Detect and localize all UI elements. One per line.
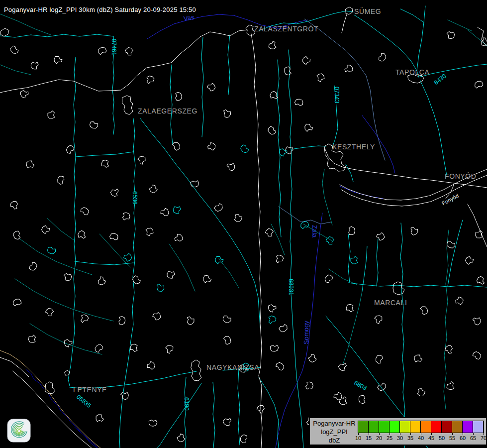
settlement-outline [173,233,184,244]
city-label-sumeg: SÜMEG [354,7,381,15]
settlement-outline [304,380,314,391]
legend-color-cell [431,421,441,433]
settlement-outline [80,314,89,324]
settlement-outline [160,208,170,218]
settlement-outline [27,334,37,344]
settlement-outline [222,416,232,427]
legend-color-cell [452,421,462,433]
city-label-keszthely: KESZTHELY [332,143,375,151]
settlement-outline [350,255,359,264]
settlement-outline [97,46,107,56]
city-label-tapolca: TAPOLCA [395,68,430,76]
city-label-zalaszentgrot: ZALASZENTGRÓT [254,25,318,33]
settlement-outline [222,314,232,325]
settlement-outline [343,64,354,75]
settlement-outline [12,297,23,308]
settlement-outline [268,126,276,135]
road-number-label: 07461 [110,39,117,55]
settlement-outline [304,123,313,132]
settlement-outline [374,354,385,365]
settlement-outline [108,231,119,242]
settlement-outline [47,110,56,119]
settlement-outline [29,60,40,71]
settlement-outline [89,119,99,130]
settlement-outline [284,144,295,155]
road-junction-squiggles [46,145,359,373]
legend-tick-value: 60 [458,435,467,441]
settlement-outline [377,52,387,62]
settlement-outline [95,344,103,352]
settlement-outline [63,272,73,282]
settlement-outline [415,387,426,398]
settlement-outline [269,342,280,354]
settlement-outline [299,220,310,230]
settlement-outline [268,41,277,50]
settlement-outline [283,66,293,77]
settlement-outline [475,229,484,239]
settlement-outline [146,360,157,371]
settlement-outline [155,283,165,293]
county-borders [279,19,385,224]
settlement-outline [189,178,200,189]
settlement-outline [66,145,75,154]
legend-tick-value: 45 [427,435,436,441]
settlement-outline [293,97,305,109]
settlement-outlines [9,30,487,445]
settlement-outline [95,414,104,423]
settlement-outline [414,354,423,363]
road-number-label: 6536 [131,191,138,205]
settlement-outline [264,227,275,238]
legend-color-cell [421,421,431,433]
legend-tick-value: 70 [479,435,487,441]
settlement-outline [419,305,429,315]
settlement-outline [408,226,419,236]
legend-tick-labels: 10152025303540455055606570 [310,433,486,444]
legend-tick-value: 35 [406,435,415,441]
legend-color-cell [358,421,368,433]
river-label-zala: Zala [311,225,318,237]
settlement-outline [146,76,154,84]
settlement-outline [56,175,67,186]
settlement-outline [446,30,456,40]
settlement-outline [202,274,211,283]
settlement-outline [110,187,120,197]
settlement-outline [222,335,232,345]
settlement-outline [123,253,132,262]
settlement-outline [241,145,249,153]
settlement-outline [185,316,195,326]
settlement-outline [147,417,159,429]
settlement-outline [268,316,276,324]
logo-background [7,419,30,442]
settlement-outline [476,276,486,286]
settlement-outline [96,275,106,286]
settlement-outline [325,235,335,246]
settlement-outline [121,212,131,222]
settlement-outline [276,362,285,371]
settlement-outline [152,312,161,320]
legend-tick-value: 50 [437,435,446,441]
settlement-outline [19,88,30,99]
product-title: Poganyvar-HR logZ_PPI 30km (dbZ) Saturda… [4,6,196,13]
settlement-outline [333,392,343,402]
settlement-outline [232,213,243,224]
legend-color-cell [410,421,420,433]
settlement-outline [357,394,368,405]
legend-tick-value: 20 [375,435,384,441]
road-number-label: 68931 [288,279,294,295]
settlement-outline [308,353,317,363]
legend-tick-value: 25 [385,435,394,441]
city-label-marcali: MARCALI [374,299,407,307]
settlement-outline [227,163,235,171]
settlement-outline [374,315,384,325]
legend-color-cell [442,421,452,433]
settlement-outline [177,433,186,443]
settlement-outline [474,80,484,90]
road-number-label: 6190 [183,397,190,411]
settlement-outline [214,203,223,212]
settlement-outline [46,245,57,256]
legend-color-cell [463,421,473,433]
city-label-fonyod: FONYÓD [445,172,477,180]
settlement-outline [53,55,63,64]
settlement-outline [171,141,181,151]
settlement-outline [301,55,312,65]
